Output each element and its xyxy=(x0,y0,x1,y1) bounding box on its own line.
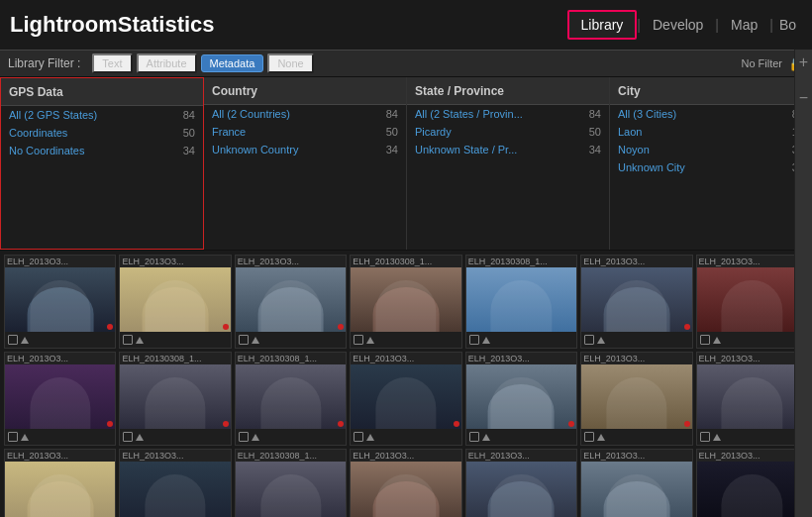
filter-btn-text[interactable]: Text xyxy=(92,53,132,73)
thumbnail-item[interactable]: ELH_2013O3... xyxy=(350,352,461,446)
meta-col-state: State / Province All (2 States / Provin.… xyxy=(407,77,610,250)
thumb-image xyxy=(236,462,346,517)
thumb-red-dot xyxy=(568,421,574,427)
city-row-laon[interactable]: Laon 18 xyxy=(610,123,812,141)
thumb-bottom-bar xyxy=(581,332,691,348)
state-row-picardy[interactable]: Picardy 50 xyxy=(407,123,609,141)
thumb-label: ELH_2013O3... xyxy=(581,353,691,364)
gps-row-coordinates[interactable]: Coordinates 50 xyxy=(1,124,203,142)
state-picardy-label: Picardy xyxy=(415,126,576,138)
thumb-bottom-bar xyxy=(236,332,346,348)
city-laon-label: Laon xyxy=(618,126,779,138)
gps-coords-count: 50 xyxy=(170,127,195,139)
thumb-flag xyxy=(21,434,29,441)
thumbnail-item[interactable]: ELH_2013O3... xyxy=(119,255,231,349)
thumb-bottom-bar xyxy=(5,429,115,445)
thumbnail-item[interactable]: ELH_2013O3... xyxy=(235,255,347,349)
thumb-label: ELH_2013O3... xyxy=(581,256,691,267)
thumb-label: ELH_20130308_1... xyxy=(466,256,576,267)
country-row-all[interactable]: All (2 Countries) 84 xyxy=(204,105,406,123)
thumb-red-dot xyxy=(338,421,344,427)
thumb-image xyxy=(697,462,807,517)
thumbnail-item[interactable]: ELH_2013O3... xyxy=(696,449,808,517)
thumbnail-item[interactable]: ELH_2013O3... xyxy=(4,449,116,517)
state-picardy-count: 50 xyxy=(576,126,601,138)
gps-row-all[interactable]: All (2 GPS States) 84 xyxy=(1,106,203,124)
thumb-red-dot xyxy=(684,324,690,330)
thumb-label: ELH_2013O3... xyxy=(5,450,115,462)
meta-col-country: Country All (2 Countries) 84 France 50 U… xyxy=(204,77,407,250)
thumb-label: ELH_20130308_1... xyxy=(236,353,346,364)
state-row-all[interactable]: All (2 States / Provin... 84 xyxy=(407,105,609,123)
country-unknown-count: 34 xyxy=(373,144,398,155)
app-header: LightroomStatistics Library | Develop | … xyxy=(0,0,812,50)
gps-row-no-coordinates[interactable]: No Coordinates 34 xyxy=(1,142,203,159)
thumbnail-item[interactable]: ELH_20130308_1... xyxy=(465,255,577,349)
thumb-flag xyxy=(597,434,605,441)
thumbnail-item[interactable]: ELH_2013O3... xyxy=(4,255,116,349)
gps-nocoords-label: No Coordinates xyxy=(9,145,170,156)
thumb-badge xyxy=(700,335,710,345)
thumbnail-item[interactable]: ELH_2013O3... xyxy=(696,255,808,349)
nav-tab-develop[interactable]: Develop xyxy=(641,12,715,38)
meta-col-country-header: Country xyxy=(204,77,406,105)
thumb-red-dot xyxy=(338,324,344,330)
filter-btn-attribute[interactable]: Attribute xyxy=(137,53,197,73)
thumbnail-item[interactable]: ELH_20130308_1... xyxy=(119,352,231,446)
sidebar-minus-btn[interactable]: − xyxy=(799,85,808,111)
thumb-image xyxy=(697,267,807,332)
thumb-label: ELH_2013O3... xyxy=(351,450,460,462)
gps-all-count: 84 xyxy=(170,109,195,121)
state-unknown-label: Unknown State / Pr... xyxy=(415,144,576,155)
thumb-label: ELH_2013O3... xyxy=(5,353,115,364)
no-filter-label[interactable]: No Filter xyxy=(741,57,782,69)
thumbnail-item[interactable]: ELH_2013O3... xyxy=(465,352,577,446)
thumb-label: ELH_20130308_1... xyxy=(236,450,346,462)
sidebar-strip: + − xyxy=(794,50,812,517)
thumb-flag xyxy=(366,434,374,441)
thumbnail-item[interactable]: ELH_20130308_1... xyxy=(350,255,461,349)
thumb-image xyxy=(236,364,346,429)
thumb-badge xyxy=(469,432,479,442)
thumb-label: ELH_2013O3... xyxy=(351,353,460,364)
thumb-image xyxy=(466,462,576,517)
thumb-badge xyxy=(8,335,18,345)
thumb-badge xyxy=(239,335,249,345)
filter-btn-none[interactable]: None xyxy=(267,53,313,73)
thumbnail-item[interactable]: ELH_2013O3... xyxy=(696,352,808,446)
thumbnail-item[interactable]: ELH_2013O3... xyxy=(119,449,231,517)
thumb-label: ELH_2013O3... xyxy=(120,450,230,462)
state-row-unknown[interactable]: Unknown State / Pr... 34 xyxy=(407,141,609,158)
thumb-image xyxy=(5,364,115,429)
city-row-noyon[interactable]: Noyon 32 xyxy=(610,141,812,158)
country-row-france[interactable]: France 50 xyxy=(204,123,406,141)
thumb-label: ELH_2013O3... xyxy=(581,450,691,462)
thumb-image xyxy=(697,364,807,429)
thumbnail-item[interactable]: ELH_2013O3... xyxy=(580,449,692,517)
nav-tab-library[interactable]: Library xyxy=(567,10,638,40)
thumbnail-item[interactable]: ELH_2013O3... xyxy=(4,352,116,446)
nav-tab-bo[interactable]: Bo xyxy=(773,12,802,38)
country-row-unknown[interactable]: Unknown Country 34 xyxy=(204,141,406,158)
city-row-unknown[interactable]: Unknown City 34 xyxy=(610,158,812,176)
thumb-badge xyxy=(354,335,363,345)
thumbnail-item[interactable]: ELH_20130308_1... xyxy=(235,449,347,517)
sidebar-expand-btn[interactable]: + xyxy=(799,50,808,75)
city-unknown-label: Unknown City xyxy=(618,161,779,173)
thumbnail-item[interactable]: ELH_2013O3... xyxy=(580,352,692,446)
nav-tab-map[interactable]: Map xyxy=(719,12,769,38)
city-noyon-label: Noyon xyxy=(618,144,779,155)
thumb-image xyxy=(466,267,576,332)
thumb-badge xyxy=(354,432,363,442)
filter-btn-metadata[interactable]: Metadata xyxy=(201,54,264,72)
thumbnail-item[interactable]: ELH_20130308_1... xyxy=(235,352,347,446)
thumbnail-item[interactable]: ELH_2013O3... xyxy=(350,449,461,517)
thumbnail-item[interactable]: ELH_2013O3... xyxy=(580,255,692,349)
thumbnail-item[interactable]: ELH_2013O3... xyxy=(465,449,577,517)
thumb-red-dot xyxy=(223,421,229,427)
thumb-flag xyxy=(713,337,721,344)
thumb-red-dot xyxy=(684,421,690,427)
thumb-red-dot xyxy=(107,421,113,427)
city-row-all[interactable]: All (3 Cities) 84 xyxy=(610,105,812,123)
thumb-label: ELH_2013O3... xyxy=(697,256,807,267)
